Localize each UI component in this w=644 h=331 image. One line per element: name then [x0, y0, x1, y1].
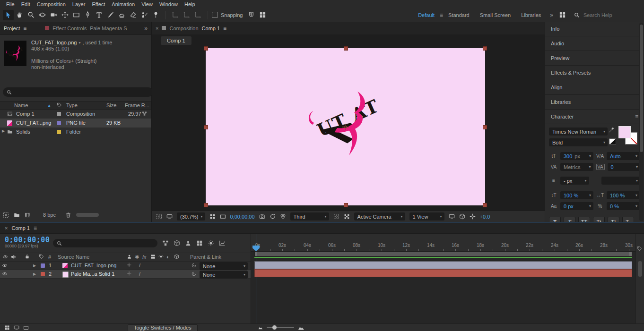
puppet-pin-tool[interactable]	[150, 10, 161, 20]
menu-item-edit[interactable]: Edit	[18, 1, 34, 8]
time-ruler[interactable]: 0s 02s 04s 06s 08s 10s 12s 14s 16s 18s 2…	[251, 234, 636, 252]
fx-switch-icon[interactable]: fx	[142, 254, 147, 260]
lock-column-icon[interactable]	[25, 254, 30, 259]
interpret-footage-icon[interactable]	[3, 212, 9, 218]
type-tool[interactable]	[94, 10, 104, 20]
snapshot-icon[interactable]	[259, 213, 265, 220]
column-size[interactable]: Size	[106, 102, 116, 108]
font-style-select[interactable]: Bold▾	[549, 138, 608, 146]
project-horizontal-scrollbar[interactable]	[76, 213, 99, 217]
horizontal-scale-select[interactable]: 100 %▾	[607, 191, 640, 199]
three-d-switch-icon[interactable]	[174, 254, 179, 259]
composition-canvas[interactable]	[206, 48, 485, 205]
workspace-standard[interactable]: Standard	[443, 12, 475, 18]
display-monitor-icon[interactable]	[166, 213, 173, 220]
flowchart-icon[interactable]	[142, 111, 147, 116]
rectangle-tool[interactable]	[71, 10, 82, 20]
menu-item-composition[interactable]: Composition	[34, 1, 69, 8]
video-column-eye-icon[interactable]	[2, 254, 8, 260]
expand-transfer-controls-icon[interactable]	[14, 325, 19, 331]
eyedropper-icon[interactable]	[608, 127, 614, 133]
world-axis-mode-icon[interactable]	[181, 10, 192, 20]
close-panel-icon[interactable]: ×	[5, 225, 8, 231]
region-of-interest-icon[interactable]	[333, 213, 339, 220]
sort-asc-icon[interactable]: ▲	[47, 103, 51, 108]
panel-libraries[interactable]: Libraries	[545, 95, 644, 110]
camera-select[interactable]: Active Camera▾	[354, 212, 405, 221]
comp-marker-bin-icon[interactable]	[637, 246, 642, 251]
workspace-default[interactable]: Default	[413, 12, 440, 18]
workspace-menu-icon[interactable]: ≡	[440, 12, 443, 18]
composition-mini-flowchart-icon[interactable]	[162, 240, 169, 246]
brush-tool[interactable]	[105, 10, 116, 20]
project-panel-menu-icon[interactable]: ≡	[23, 25, 26, 32]
transparency-grid-icon[interactable]	[344, 213, 350, 220]
selection-handle-mid-left[interactable]	[204, 125, 208, 129]
panel-audio[interactable]: Audio	[545, 36, 644, 51]
exposure-value[interactable]: +0.0	[480, 214, 490, 220]
panel-effects-presets[interactable]: Effects & Presets	[545, 66, 644, 80]
parent-select[interactable]: None▾	[200, 271, 248, 279]
draft-3d-icon[interactable]	[174, 240, 180, 246]
menu-item-animation[interactable]: Animation	[108, 1, 138, 8]
selection-handle-mid-right[interactable]	[483, 125, 487, 129]
project-row-cutfat-png[interactable]: CUT_FAT...png PNG file 29 KB	[0, 119, 151, 127]
layer-row-1[interactable]: ▶ 1 CUT_FAT_logo.png / None▾	[0, 262, 251, 270]
layer-visibility-eye-icon[interactable]	[2, 263, 8, 268]
shy-switch-icon[interactable]	[127, 254, 132, 259]
layer-visibility-eye-icon[interactable]	[2, 271, 8, 277]
frame-blending-icon[interactable]	[196, 240, 203, 246]
vertical-scale-select[interactable]: 100 %▾	[560, 191, 593, 199]
selection-handle-bottom-center[interactable]	[344, 203, 348, 207]
tab-project[interactable]: Project	[4, 25, 20, 31]
reset-exposure-icon[interactable]	[470, 213, 476, 220]
column-name[interactable]: Name	[14, 102, 28, 108]
menu-item-layer[interactable]: Layer	[69, 1, 89, 8]
workspace-libraries[interactable]: Libraries	[516, 12, 546, 18]
manage-workspaces-icon[interactable]	[557, 10, 568, 20]
timeline-tab-comp1[interactable]: Comp 1	[11, 225, 30, 231]
snapping-option-edges-icon[interactable]	[246, 10, 257, 20]
project-row-comp1[interactable]: Comp 1 Composition 29.97	[0, 110, 151, 119]
work-area-range[interactable]	[255, 252, 631, 256]
fast-previews-icon[interactable]	[459, 213, 465, 220]
parent-pickwhip-icon[interactable]	[191, 271, 197, 277]
extra-leading-select[interactable]: ▾	[601, 177, 640, 185]
selection-handle-top-right[interactable]	[483, 46, 487, 51]
graph-editor-icon[interactable]	[219, 240, 226, 246]
layer-source-name[interactable]: CUT_FAT_logo.png	[71, 263, 116, 268]
footage-name-caret-icon[interactable]: ▾	[78, 40, 80, 46]
default-fill-stroke-icon[interactable]	[609, 138, 616, 144]
pixel-aspect-correction-icon[interactable]	[449, 213, 455, 220]
view-layout-select[interactable]: 1 View▾	[409, 212, 444, 221]
fit-view-icon[interactable]	[156, 213, 162, 220]
scrollbar-thumb[interactable]	[640, 25, 643, 152]
number-column-header[interactable]: #	[48, 254, 51, 260]
selection-handle-top-left[interactable]	[204, 46, 208, 51]
expand-layer-switches-icon[interactable]	[4, 325, 10, 331]
eraser-tool[interactable]	[128, 10, 139, 20]
menu-item-file[interactable]: File	[3, 1, 18, 8]
color-depth-button[interactable]: 8 bpc	[43, 212, 56, 218]
trash-icon[interactable]	[65, 212, 71, 218]
tsume-select[interactable]: 0 %▾	[607, 202, 640, 210]
work-area-end-handle[interactable]	[629, 252, 632, 256]
show-channel-icon[interactable]	[280, 213, 286, 220]
workspace-small-screen[interactable]: Small Screen	[475, 12, 516, 18]
camera-tool[interactable]	[48, 10, 59, 20]
selection-tool[interactable]	[3, 10, 14, 20]
new-folder-icon[interactable]	[14, 212, 20, 218]
layer-solid-color-swatch[interactable]	[62, 272, 69, 278]
help-search-input[interactable]	[583, 12, 641, 18]
column-type[interactable]: Type	[66, 102, 78, 108]
quality-switch-icon[interactable]: /	[139, 263, 140, 268]
layer-2-duration-bar[interactable]	[254, 269, 632, 277]
panel-character[interactable]: Character ≡	[545, 110, 644, 124]
zoom-in-mountain-icon[interactable]	[298, 324, 305, 331]
viewer-comp-tab[interactable]: Comp 1	[161, 36, 191, 45]
character-panel-menu-icon[interactable]: ≡	[635, 113, 638, 120]
grid-guides-options-icon[interactable]	[209, 213, 216, 220]
selection-handle-bottom-right[interactable]	[483, 203, 487, 207]
label-color-chip[interactable]	[57, 112, 61, 116]
pen-tool[interactable]	[82, 10, 93, 20]
